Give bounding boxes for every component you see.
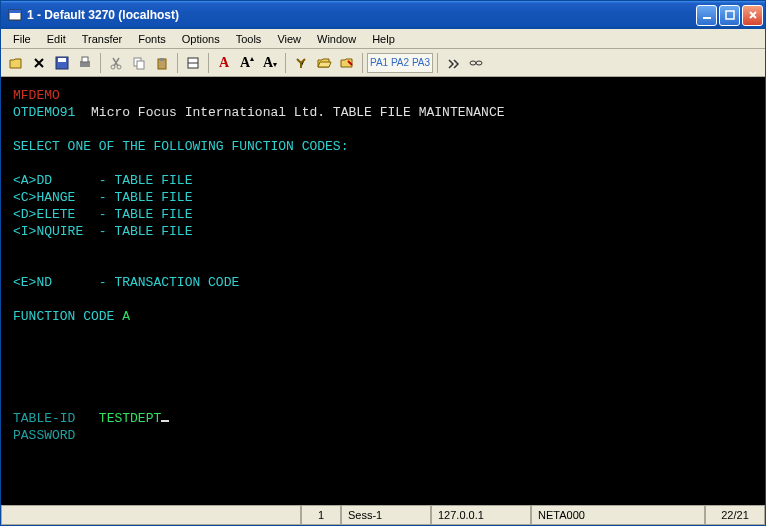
svg-rect-11	[137, 61, 144, 69]
close-session-icon[interactable]	[28, 52, 50, 74]
status-message	[1, 506, 301, 525]
status-cursor-position: 22/21	[705, 506, 765, 525]
tools-icon[interactable]	[290, 52, 312, 74]
screen-app-name: MFDEMO	[13, 88, 60, 103]
print-icon[interactable]	[74, 52, 96, 74]
menu-fonts[interactable]: Fonts	[130, 31, 174, 47]
font-increase-icon[interactable]: A▴	[236, 52, 258, 74]
minimize-button[interactable]	[696, 5, 717, 26]
screen-id: OTDEMO91	[13, 105, 75, 120]
svg-point-17	[476, 61, 482, 65]
status-netid: NETA000	[531, 506, 705, 525]
save-icon[interactable]	[51, 52, 73, 74]
svg-rect-2	[703, 17, 711, 19]
menu-help[interactable]: Help	[364, 31, 403, 47]
svg-point-16	[470, 61, 476, 65]
password-label: PASSWORD	[13, 428, 75, 443]
pa-buttons[interactable]: PA1 PA2 PA3	[367, 53, 433, 73]
maximize-button[interactable]	[719, 5, 740, 26]
statusbar: 1 Sess-1 127.0.0.1 NETA000 22/21	[1, 505, 765, 525]
titlebar[interactable]: 1 - Default 3270 (localhost)	[1, 1, 765, 29]
svg-point-8	[111, 65, 115, 69]
app-icon	[7, 7, 23, 23]
font-decrease-icon[interactable]: A▾	[259, 52, 281, 74]
option-delete: <D>ELETE - TABLE FILE	[13, 207, 192, 222]
terminal-screen[interactable]: MFDEMO OTDEMO91 Micro Focus Internationa…	[1, 77, 765, 505]
app-window: 1 - Default 3270 (localhost) File Edit T…	[0, 0, 766, 526]
svg-rect-13	[160, 58, 164, 61]
svg-rect-5	[58, 58, 66, 62]
toolbar-separator	[177, 53, 178, 73]
table-id-value[interactable]: TESTDEPT	[99, 411, 161, 426]
status-host: 127.0.0.1	[431, 506, 531, 525]
folder-open-icon[interactable]	[313, 52, 335, 74]
status-session-num: 1	[301, 506, 341, 525]
svg-rect-7	[82, 57, 88, 62]
option-inquire: <I>NQUIRE - TABLE FILE	[13, 224, 192, 239]
connect-icon[interactable]	[442, 52, 464, 74]
function-code-label: FUNCTION CODE	[13, 309, 122, 324]
toolbar-separator	[362, 53, 363, 73]
status-session-name: Sess-1	[341, 506, 431, 525]
option-end: <E>ND - TRANSACTION CODE	[13, 275, 239, 290]
menu-view[interactable]: View	[269, 31, 309, 47]
open-icon[interactable]	[5, 52, 27, 74]
svg-rect-1	[9, 10, 21, 13]
option-add: <A>DD - TABLE FILE	[13, 173, 192, 188]
toolbar-separator	[285, 53, 286, 73]
window-controls	[696, 5, 763, 26]
link-icon[interactable]	[465, 52, 487, 74]
screen-icon[interactable]	[182, 52, 204, 74]
titlebar-text: 1 - Default 3270 (localhost)	[27, 8, 696, 22]
option-change: <C>HANGE - TABLE FILE	[13, 190, 192, 205]
toolbar-separator	[208, 53, 209, 73]
menu-file[interactable]: File	[5, 31, 39, 47]
folder-edit-icon[interactable]	[336, 52, 358, 74]
svg-rect-3	[726, 11, 734, 19]
font-color-icon[interactable]: A	[213, 52, 235, 74]
menu-options[interactable]: Options	[174, 31, 228, 47]
cut-icon[interactable]	[105, 52, 127, 74]
screen-prompt: SELECT ONE OF THE FOLLOWING FUNCTION COD…	[13, 139, 348, 154]
close-button[interactable]	[742, 5, 763, 26]
menu-edit[interactable]: Edit	[39, 31, 74, 47]
function-code-value[interactable]: A	[122, 309, 130, 324]
toolbar-separator	[437, 53, 438, 73]
menu-window[interactable]: Window	[309, 31, 364, 47]
table-id-label: TABLE-ID	[13, 411, 99, 426]
text-cursor	[161, 420, 169, 422]
menubar: File Edit Transfer Fonts Options Tools V…	[1, 29, 765, 49]
screen-company: Micro Focus International Ltd. TABLE FIL…	[75, 105, 504, 120]
copy-icon[interactable]	[128, 52, 150, 74]
menu-tools[interactable]: Tools	[228, 31, 270, 47]
menu-transfer[interactable]: Transfer	[74, 31, 131, 47]
paste-icon[interactable]	[151, 52, 173, 74]
svg-point-9	[117, 65, 121, 69]
toolbar: A A▴ A▾ PA1 PA2 PA3	[1, 49, 765, 77]
toolbar-separator	[100, 53, 101, 73]
